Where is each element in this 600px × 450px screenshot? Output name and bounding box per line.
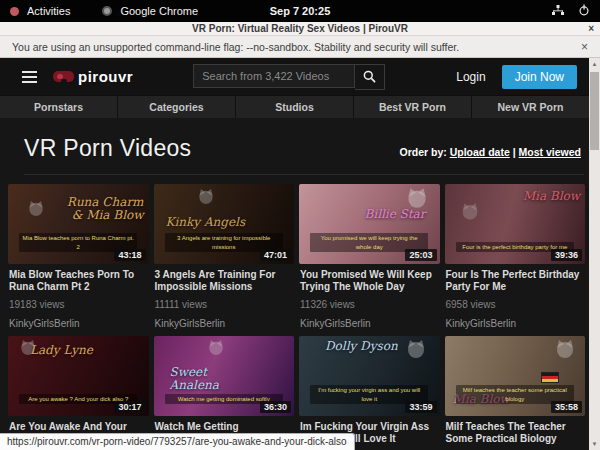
thumbnail-overlay-title: Billie Star [364, 208, 425, 221]
video-thumbnail[interactable]: Dolly Dyson I'm fucking your virgin ass … [299, 336, 440, 416]
video-title-link[interactable]: Milf Teaches The Teacher Some Practical … [446, 421, 584, 445]
studio-cat-logo-icon [196, 188, 216, 205]
video-title-link[interactable]: Mia Blow Teaches Porn To Runa Charm Pt 2 [9, 269, 147, 293]
video-title-link[interactable]: 3 Angels Are Training For Impossible Mis… [155, 269, 293, 293]
scrollbar-up-arrow-icon[interactable]: ▲ [589, 58, 600, 70]
video-thumbnail[interactable]: Kinky Angels 3 Angels are training for i… [154, 184, 295, 264]
duration-badge: 36:30 [260, 401, 291, 413]
thumbnail-overlay-title: Lady Lyne [30, 344, 93, 357]
chrome-warning-bar: You are using an unsupported command-lin… [0, 36, 600, 58]
thumbnail-overlay-title: Kinky Angels [166, 216, 246, 229]
login-link[interactable]: Login [456, 70, 485, 84]
german-flag-icon [541, 372, 559, 383]
nav-item-new-vr[interactable]: New VR Porn [472, 96, 589, 118]
video-thumbnail[interactable]: Mia Blow Milf teaches the teacher some p… [445, 336, 586, 416]
system-top-bar: Activities Google Chrome Sep 7 20:25 [0, 0, 600, 22]
nav-item-categories[interactable]: Categories [118, 96, 236, 118]
views-count: 11111 views [155, 299, 295, 310]
power-icon[interactable] [578, 4, 590, 18]
scrollbar-thumb[interactable] [590, 72, 599, 150]
main-nav: Pornstars Categories Studios Best VR Por… [0, 95, 589, 118]
link-status-bubble: https://pirouvr.com/vr-porn-video/779325… [0, 433, 355, 450]
search-bar [193, 64, 385, 90]
window-title-bar: VR Porn: Virtual Reality Sex Videos | Pi… [0, 22, 600, 36]
video-title-link[interactable]: You Promised We Will Keep Trying The Who… [300, 269, 438, 293]
page-heading-row: VR Porn Videos Order by: Upload date | M… [0, 118, 589, 172]
studio-cat-logo-icon [553, 339, 577, 359]
duration-badge: 33:59 [405, 401, 436, 413]
vr-headset-icon [53, 71, 74, 82]
nav-item-pornstars[interactable]: Pornstars [0, 96, 118, 118]
video-thumbnail[interactable]: Lady Lyne Are you awake ? And your dick … [8, 336, 149, 416]
window-close-button[interactable]: × [588, 22, 594, 36]
warning-close-icon[interactable]: × [581, 40, 588, 54]
studio-cat-logo-icon [206, 339, 226, 356]
video-card: Kinky Angels 3 Angels are training for i… [154, 184, 295, 329]
views-count: 6958 views [446, 299, 586, 310]
window-title: VR Porn: Virtual Reality Sex Videos | Pi… [192, 23, 408, 34]
studio-cat-logo-icon [26, 200, 46, 217]
page-title: VR Porn Videos [24, 135, 191, 162]
site-header: pirouvr Login Join Now [0, 58, 589, 95]
video-thumbnail[interactable]: Mia Blow Four is the perfect birthday pa… [445, 184, 586, 264]
warning-text: You are using an unsupported command-lin… [12, 41, 459, 53]
clock[interactable]: Sep 7 20:25 [0, 5, 600, 17]
duration-badge: 30:17 [114, 401, 145, 413]
order-by-controls: Order by: Upload date | Most viewed [399, 146, 581, 158]
thumbnail-overlay-title: Mia Blow [523, 190, 580, 203]
heading-divider [24, 174, 584, 175]
thumbnail-overlay-title: Sweet Analena [170, 366, 257, 391]
page-scrollbar[interactable]: ▲ ▼ [589, 58, 600, 450]
duration-badge: 43:18 [114, 249, 145, 261]
system-tray-icon[interactable] [552, 5, 564, 18]
search-button[interactable] [355, 64, 385, 90]
video-grid: Runa Charm & Mia Blow Mia Blow teaches p… [8, 184, 585, 450]
video-thumbnail[interactable]: Billie Star You promised we will keep tr… [299, 184, 440, 264]
video-thumbnail[interactable]: Runa Charm & Mia Blow Mia Blow teaches p… [8, 184, 149, 264]
thumbnail-overlay-title: Runa Charm & Mia Blow [56, 196, 143, 221]
join-now-button[interactable]: Join Now [502, 65, 577, 89]
scrollbar-down-arrow-icon[interactable]: ▼ [589, 438, 600, 450]
video-card: Mia Blow Four is the perfect birthday pa… [445, 184, 586, 329]
order-upload-date-link[interactable]: Upload date [450, 146, 510, 158]
video-card: Billie Star You promised we will keep tr… [299, 184, 440, 329]
hamburger-menu-icon[interactable] [22, 71, 37, 83]
video-title-link[interactable]: Four Is The Perfect Birthday Party For M… [446, 269, 584, 293]
views-count: 11326 views [300, 299, 440, 310]
duration-badge: 35:58 [551, 401, 582, 413]
site-logo[interactable]: pirouvr [53, 68, 133, 85]
search-icon [363, 70, 376, 83]
nav-item-studios[interactable]: Studios [236, 96, 354, 118]
search-input[interactable] [193, 64, 355, 88]
video-card: Runa Charm & Mia Blow Mia Blow teaches p… [8, 184, 149, 329]
views-count: 19183 views [9, 299, 149, 310]
studio-link[interactable]: KinkyGirlsBerlin [300, 318, 440, 329]
studio-link[interactable]: KinkyGirlsBerlin [155, 318, 295, 329]
order-separator: | [513, 146, 516, 158]
duration-badge: 25:03 [405, 249, 436, 261]
site-logo-text: pirouvr [78, 68, 133, 85]
studio-cat-logo-icon [459, 202, 481, 221]
video-card: Mia Blow Milf teaches the teacher some p… [445, 336, 586, 450]
studio-cat-logo-icon [404, 187, 430, 209]
duration-badge: 47:01 [260, 249, 291, 261]
nav-item-best-vr[interactable]: Best VR Porn [354, 96, 472, 118]
studio-cat-logo-icon [404, 339, 428, 359]
order-most-viewed-link[interactable]: Most viewed [519, 146, 581, 158]
order-by-label: Order by: [399, 146, 446, 158]
site-content: pirouvr Login Join Now Pornstars Categor… [0, 58, 589, 450]
video-thumbnail[interactable]: Sweet Analena Watch me getting dominated… [154, 336, 295, 416]
browser-viewport: pirouvr Login Join Now Pornstars Categor… [0, 58, 600, 450]
studio-link[interactable]: KinkyGirlsBerlin [9, 318, 149, 329]
thumbnail-overlay-title: Dolly Dyson [325, 340, 398, 353]
studio-link[interactable]: KinkyGirlsBerlin [446, 318, 586, 329]
duration-badge: 39:36 [551, 249, 582, 261]
